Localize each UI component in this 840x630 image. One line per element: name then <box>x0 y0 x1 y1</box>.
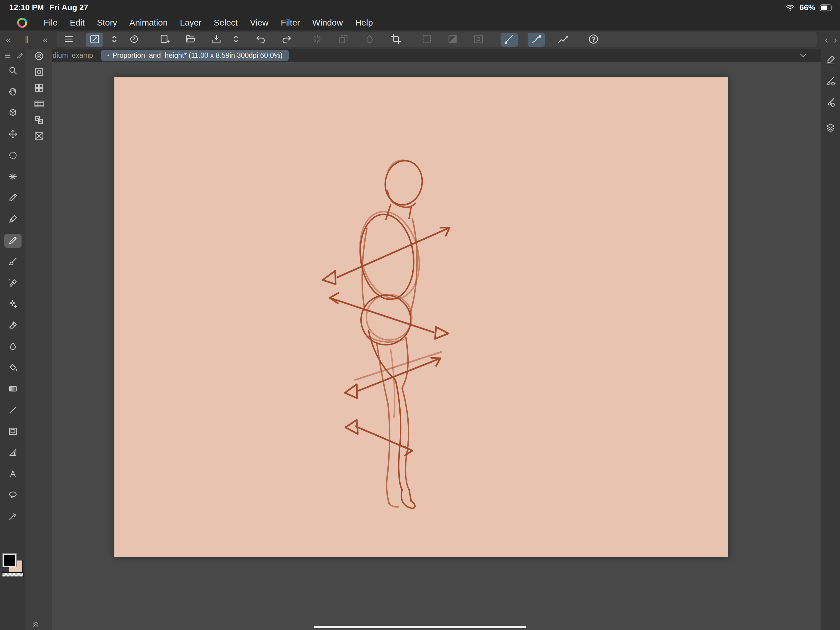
menu-select[interactable]: Select <box>208 18 244 28</box>
brush-gear-icon <box>825 76 836 88</box>
app-logo-icon[interactable] <box>16 17 28 29</box>
processing-button <box>309 33 326 47</box>
tool-correct-line[interactable] <box>4 510 22 524</box>
snap-special-ruler-button[interactable] <box>527 33 545 47</box>
selection-half-button <box>444 33 461 47</box>
tool-move-layer[interactable] <box>4 128 22 142</box>
material-button[interactable] <box>30 128 47 144</box>
paint-bucket-icon <box>8 362 18 374</box>
story-editor-button[interactable] <box>125 33 143 47</box>
menu-edit[interactable]: Edit <box>64 18 91 28</box>
dashed-rect-icon <box>421 33 433 46</box>
stacked-squares-icon <box>33 114 44 127</box>
tool-pencil[interactable] <box>4 234 22 248</box>
tool-eraser[interactable] <box>4 319 22 333</box>
tab-list-chevron[interactable] <box>798 50 808 60</box>
tool-figure[interactable] <box>4 404 22 418</box>
canvas[interactable] <box>114 77 728 557</box>
tool-switch-chevrons[interactable] <box>106 33 123 47</box>
half-square-icon <box>447 33 458 46</box>
new-canvas-button[interactable] <box>156 33 174 47</box>
help-icon <box>587 33 599 46</box>
tool-operate[interactable] <box>4 106 22 120</box>
save-file-button[interactable] <box>208 33 225 47</box>
layers-icon <box>825 122 836 135</box>
dock-left-control[interactable]: « <box>40 35 51 45</box>
menu-animation[interactable]: Animation <box>123 18 174 28</box>
tool-text[interactable] <box>4 467 22 481</box>
tool-pen[interactable] <box>4 212 22 227</box>
tool-decoration[interactable] <box>4 298 22 312</box>
workspace[interactable] <box>52 62 821 630</box>
tool-property-button[interactable] <box>823 74 838 90</box>
pencil-icon <box>8 235 18 247</box>
main-menu-button[interactable] <box>60 33 77 47</box>
airbrush-icon <box>8 277 18 289</box>
tool-palette <box>0 49 26 630</box>
redo-icon <box>281 33 292 46</box>
active-tool-button[interactable] <box>86 33 103 47</box>
tool-auto-select[interactable] <box>4 170 22 184</box>
tool-zoom[interactable] <box>4 64 22 78</box>
tool-fill[interactable] <box>4 361 22 375</box>
main-color-swatch[interactable] <box>2 553 17 567</box>
transparent-color-swatch[interactable] <box>2 572 24 577</box>
menu-layer[interactable]: Layer <box>174 18 208 28</box>
expand-panel-control[interactable] <box>30 619 41 628</box>
gradient-icon <box>8 384 18 395</box>
panel-edit-icon[interactable] <box>16 52 24 60</box>
tool-blend[interactable] <box>4 340 22 354</box>
snap-guide-button[interactable] <box>554 33 571 47</box>
navigator-button[interactable] <box>30 65 47 81</box>
tool-airbrush[interactable] <box>4 276 22 290</box>
quick-access-button[interactable] <box>30 49 47 65</box>
sub-view-button[interactable] <box>30 81 47 97</box>
tab-proportion-and-height[interactable]: • Proportion_and_height* (11.00 x 8.59in… <box>101 50 289 61</box>
tool-frame-border[interactable] <box>4 425 22 439</box>
home-indicator[interactable] <box>314 626 526 628</box>
timeline-button[interactable] <box>30 97 47 112</box>
tool-selection[interactable] <box>4 149 22 163</box>
select-layer-button <box>335 33 352 47</box>
toolbar-scroll-prev[interactable]: ‹ <box>825 34 828 46</box>
open-file-button[interactable] <box>182 33 199 47</box>
crop-button[interactable] <box>387 33 405 47</box>
tab-bullet: • <box>107 52 109 59</box>
snap-ruler-button[interactable] <box>501 33 518 47</box>
droplet-icon <box>8 341 18 353</box>
divider-handle[interactable]: ‖ <box>22 35 32 45</box>
chevrons-updown-icon <box>230 33 242 46</box>
menu-window[interactable]: Window <box>306 18 349 28</box>
layer-mode-button[interactable] <box>30 112 47 128</box>
speech-balloon-icon <box>8 490 18 502</box>
tool-ruler[interactable] <box>4 446 22 460</box>
menu-view[interactable]: View <box>244 18 275 28</box>
undo-button[interactable] <box>252 33 269 47</box>
menu-filter[interactable]: Filter <box>275 18 306 28</box>
line-icon <box>8 405 18 416</box>
brush-size-button[interactable] <box>823 95 838 111</box>
document-tab-bar: • Medium_examp • Proportion_and_height* … <box>26 49 821 62</box>
tool-balloon[interactable] <box>4 489 22 503</box>
tool-gradient[interactable] <box>4 382 22 397</box>
save-options-chevrons[interactable] <box>227 33 245 47</box>
menu-story[interactable]: Story <box>91 18 123 28</box>
collapse-left-control[interactable]: « <box>3 35 14 45</box>
bent-arrow-icon <box>8 511 18 522</box>
frame-icon <box>8 426 18 438</box>
undo-icon <box>255 33 267 46</box>
tool-hand[interactable] <box>4 85 22 99</box>
sparkle-plus-icon <box>8 299 18 310</box>
menu-help[interactable]: Help <box>349 18 379 28</box>
menu-file[interactable]: File <box>38 18 64 28</box>
panel-menu-icon[interactable] <box>4 52 12 60</box>
tool-brush[interactable] <box>4 255 22 269</box>
toolbar-scroll-next[interactable]: › <box>834 34 837 46</box>
help-button[interactable] <box>585 33 602 47</box>
triangle-ruler-icon <box>8 447 18 459</box>
new-canvas-icon <box>159 33 171 46</box>
layers-button[interactable] <box>823 120 838 136</box>
redo-button[interactable] <box>278 33 295 47</box>
sub-tool-button[interactable] <box>823 53 838 68</box>
tool-eyedropper[interactable] <box>4 192 22 206</box>
